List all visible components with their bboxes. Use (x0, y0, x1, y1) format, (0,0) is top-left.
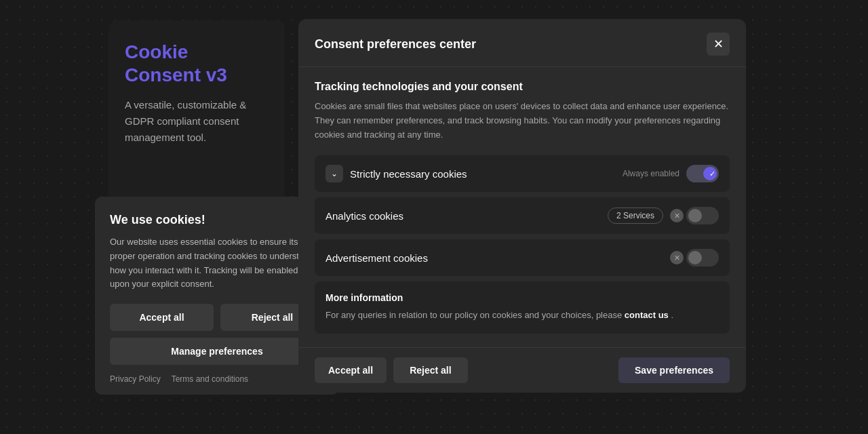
toggle-thumb-analytics (688, 209, 702, 222)
consent-section-title: Tracking technologies and your consent (315, 81, 730, 93)
cookie-row-right-analytics: 2 Services ✕ (608, 207, 719, 224)
consent-modal: Consent preferences center ✕ Tracking te… (298, 19, 746, 393)
analytics-toggle[interactable]: ✕ (670, 207, 719, 224)
more-info-text-after: . (671, 310, 673, 320)
cookie-popup-text: Our website uses essential cookies to en… (110, 235, 324, 292)
toggle-track-on[interactable]: ✓ (686, 165, 719, 182)
cookie-popup-buttons: Accept all Reject all (110, 304, 324, 331)
privacy-policy-link[interactable]: Privacy Policy (110, 374, 161, 384)
cookie-row-advertisement: Advertisement cookies ✕ (315, 239, 730, 276)
modal-title: Consent preferences center (315, 37, 476, 52)
save-preferences-button[interactable]: Save preferences (618, 357, 730, 383)
cookie-row-right-advertisement: ✕ (670, 249, 719, 267)
footer-accept-button[interactable]: Accept all (315, 357, 387, 383)
cookie-row-right: Always enabled ✓ (623, 165, 719, 182)
accept-all-button[interactable]: Accept all (110, 304, 214, 331)
background-panel: Cookie Consent v3 A versatile, customiza… (108, 20, 285, 210)
modal-header: Consent preferences center ✕ (298, 19, 746, 67)
bg-panel-desc: A versatile, customizable & GDPR complia… (125, 97, 269, 146)
services-badge: 2 Services (608, 208, 663, 224)
cookie-advertisement-label: Advertisement cookies (326, 252, 428, 264)
toggle-track-off-analytics[interactable] (686, 207, 719, 224)
always-enabled-label: Always enabled (623, 169, 679, 178)
footer-reject-button[interactable]: Reject all (393, 357, 467, 383)
advertisement-toggle[interactable]: ✕ (670, 249, 719, 267)
bg-title-version: v3 (206, 64, 227, 85)
strictly-necessary-toggle[interactable]: ✓ (686, 165, 719, 182)
chevron-button[interactable]: ⌄ (326, 165, 343, 182)
cookie-strictly-necessary-label: Strictly necessary cookies (350, 168, 467, 180)
cookie-row-analytics: Analytics cookies 2 Services ✕ (315, 197, 730, 234)
cookie-row-left: ⌄ Strictly necessary cookies (326, 165, 467, 182)
toggle-thumb-ad (688, 251, 702, 264)
toggle-track-off-ad[interactable] (686, 249, 719, 267)
footer-right: Save preferences (618, 357, 730, 383)
more-info-section: More information For any queries in rela… (315, 281, 730, 334)
cookie-row-left-analytics: Analytics cookies (326, 210, 403, 222)
cookie-analytics-label: Analytics cookies (326, 210, 403, 222)
bg-title-main: Cookie (125, 41, 188, 62)
toggle-x-icon-ad: ✕ (670, 251, 684, 264)
footer-left: Accept all Reject all (315, 357, 468, 383)
modal-footer: Accept all Reject all Save preferences (298, 347, 746, 393)
toggle-x-icon: ✕ (670, 209, 684, 222)
bg-panel-title: Cookie Consent v3 (125, 41, 269, 86)
more-info-title: More information (326, 292, 719, 303)
toggle-check-icon: ✓ (709, 170, 715, 178)
cookie-popup-title: We use cookies! (110, 213, 324, 227)
more-info-text-before: For any queries in relation to our polic… (326, 310, 625, 320)
bg-title-sub: Consent (125, 64, 201, 85)
manage-preferences-button[interactable]: Manage preferences (110, 338, 324, 365)
modal-close-button[interactable]: ✕ (707, 33, 730, 56)
contact-us-link[interactable]: contact us (625, 310, 669, 320)
cookie-row-strictly-necessary: ⌄ Strictly necessary cookies Always enab… (315, 155, 730, 192)
consent-section-text: Cookies are small files that websites pl… (315, 100, 730, 142)
terms-link[interactable]: Terms and conditions (172, 374, 248, 384)
cookie-popup-links: Privacy Policy Terms and conditions (110, 374, 324, 384)
more-info-text: For any queries in relation to our polic… (326, 309, 719, 323)
modal-body: Tracking technologies and your consent C… (298, 67, 746, 347)
cookie-row-left-advertisement: Advertisement cookies (326, 252, 428, 264)
